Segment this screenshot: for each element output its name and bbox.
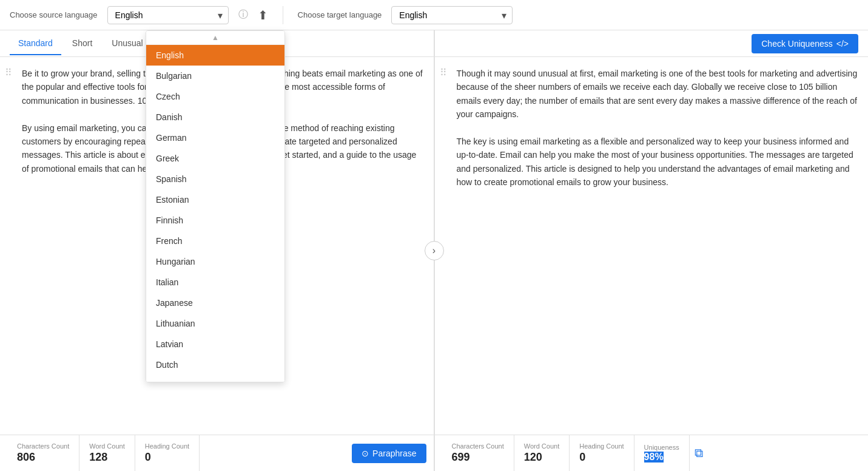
- source-heading-label: Heading Count: [145, 442, 189, 450]
- check-uniqueness-label: Check Uniqueness: [761, 39, 833, 49]
- source-heading-value: 0: [145, 451, 151, 464]
- code-icon: </>: [836, 39, 849, 49]
- target-uniqueness-value: 98%: [644, 452, 664, 463]
- dropdown-item-lithuanian[interactable]: Lithuanian: [146, 313, 284, 334]
- tab-unusual[interactable]: Unusual: [103, 32, 151, 55]
- dropdown-item-dutch[interactable]: Dutch: [146, 354, 284, 375]
- source-language-label: Choose source language: [10, 10, 98, 19]
- target-heading-block: Heading Count 0: [570, 435, 634, 471]
- target-chars-block: Characters Count 699: [442, 435, 514, 471]
- dropdown-item-greek[interactable]: Greek: [146, 148, 284, 169]
- target-text-area[interactable]: ⠿ Though it may sound unusual at first, …: [435, 57, 869, 435]
- target-chars-value: 699: [452, 451, 470, 464]
- target-words-block: Word Count 120: [514, 435, 570, 471]
- dropdown-item-german[interactable]: German: [146, 127, 284, 148]
- target-heading-value: 0: [579, 451, 585, 464]
- check-uniqueness-button[interactable]: Check Uniqueness </>: [752, 34, 858, 53]
- target-words-value: 120: [524, 451, 542, 464]
- target-footer-bar: Characters Count 699 Word Count 120 Head…: [435, 435, 869, 471]
- paraphrase-label: Paraphrase: [372, 449, 416, 458]
- dropdown-item-bulgarian[interactable]: Bulgarian: [146, 66, 284, 86]
- info-icon[interactable]: ⓘ: [238, 8, 248, 21]
- target-tabs-bar: Check Uniqueness </>: [435, 30, 869, 57]
- source-words-block: Word Count 128: [79, 435, 135, 471]
- source-language-select[interactable]: English: [107, 6, 229, 24]
- source-words-label: Word Count: [89, 442, 125, 450]
- drag-handle-icon: ⠿: [5, 67, 12, 78]
- target-words-label: Word Count: [524, 442, 560, 450]
- source-chars-label: Characters Count: [17, 442, 69, 450]
- language-dropdown: ▲ English Bulgarian Czech Danish German …: [146, 30, 285, 382]
- dropdown-item-czech[interactable]: Czech: [146, 86, 284, 107]
- target-chars-label: Characters Count: [452, 442, 504, 450]
- main-content: ▲ English Bulgarian Czech Danish German …: [0, 30, 868, 471]
- source-heading-block: Heading Count 0: [135, 435, 200, 471]
- tab-short[interactable]: Short: [64, 32, 101, 55]
- dropdown-item-estonian[interactable]: Estonian: [146, 189, 284, 210]
- target-uniqueness-block: Uniqueness 98%: [634, 435, 690, 471]
- paraphrase-icon: ⊙: [362, 449, 369, 458]
- upload-icon[interactable]: ⬆: [258, 8, 268, 22]
- top-bar: Choose source language English ▾ ⓘ ⬆ Cho…: [0, 0, 868, 30]
- target-language-label: Choose target language: [298, 10, 382, 19]
- target-language-select[interactable]: English: [391, 6, 513, 24]
- dropdown-item-hungarian[interactable]: Hungarian: [146, 251, 284, 272]
- tab-standard[interactable]: Standard: [10, 32, 61, 55]
- target-heading-label: Heading Count: [579, 442, 624, 450]
- scroll-up-btn[interactable]: ▲: [146, 31, 284, 45]
- dropdown-item-spanish[interactable]: Spanish: [146, 169, 284, 189]
- dropdown-item-polish[interactable]: Polish: [146, 375, 284, 382]
- target-language-wrapper: English ▾: [391, 6, 513, 24]
- paraphrase-button[interactable]: ⊙ Paraphrase: [352, 444, 426, 463]
- target-panel: Check Uniqueness </> ⠿ Though it may sou…: [434, 30, 869, 471]
- source-chars-value: 806: [17, 451, 35, 464]
- dropdown-item-japanese[interactable]: Japanese: [146, 293, 284, 313]
- source-chars-block: Characters Count 806: [7, 435, 79, 471]
- dropdown-item-english[interactable]: English: [146, 45, 284, 66]
- swap-direction-button[interactable]: ›: [425, 241, 444, 260]
- source-footer-bar: Characters Count 806 Word Count 128 Head…: [0, 435, 434, 471]
- target-uniqueness-label: Uniqueness: [644, 444, 679, 452]
- dropdown-item-italian[interactable]: Italian: [146, 272, 284, 293]
- dropdown-item-latvian[interactable]: Latvian: [146, 334, 284, 354]
- dropdown-item-danish[interactable]: Danish: [146, 107, 284, 127]
- source-words-value: 128: [89, 451, 107, 464]
- drag-handle-icon: ⠿: [440, 67, 447, 78]
- dropdown-item-french[interactable]: French: [146, 231, 284, 251]
- dropdown-item-finnish[interactable]: Finnish: [146, 210, 284, 231]
- copy-icon[interactable]: ⧉: [695, 446, 703, 460]
- source-panel: ▲ English Bulgarian Czech Danish German …: [0, 30, 434, 471]
- source-language-wrapper: English ▾: [107, 6, 229, 24]
- divider: [283, 6, 283, 24]
- target-text-content: Though it may sound unusual at first, em…: [445, 67, 859, 189]
